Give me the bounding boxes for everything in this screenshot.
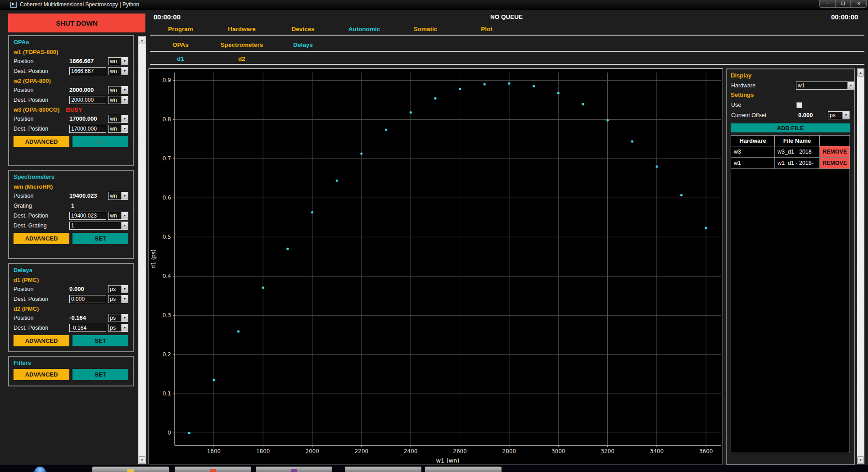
opas-set-button[interactable]: SET	[72, 136, 128, 147]
units-value: wn	[108, 193, 121, 199]
file-name-column-header: File Name	[775, 136, 820, 146]
tab-opas[interactable]: OPAs	[150, 41, 211, 48]
scroll-down-icon[interactable]: ▼	[139, 456, 145, 464]
d1-dest-units-dropdown[interactable]: ps ▼	[108, 295, 128, 303]
row-hardware: w3	[731, 146, 775, 157]
taskbar-item[interactable]	[256, 467, 332, 472]
restore-button[interactable]: ❐	[835, 0, 851, 8]
tab-autonomic[interactable]: Autonomic	[334, 26, 395, 32]
w1-position-units-dropdown[interactable]: wn ▼	[108, 57, 128, 65]
d2-position-value: -0.164	[69, 314, 86, 321]
window-title: Coherent Multidimensional Spectroscopy |…	[20, 1, 139, 8]
w3-busy-status: BUSY	[66, 106, 82, 113]
d2-position-units-dropdown[interactable]: ps ▼	[108, 314, 128, 322]
d2-dest-units-dropdown[interactable]: ps ▼	[108, 324, 128, 332]
w1-device-name: w1 (TOPAS-800)	[14, 47, 128, 56]
nav-separator	[150, 51, 864, 52]
wm-dest-grating-dropdown[interactable]: 1 ▼	[69, 222, 128, 230]
scatter-chart: 1600180020002200240026002800300032003400…	[149, 69, 723, 464]
tab-program[interactable]: Program	[150, 26, 211, 32]
w1-dest-position-input[interactable]	[69, 67, 106, 75]
delays-advanced-button[interactable]: ADVANCED	[14, 335, 69, 346]
dest-position-label: Dest. Position	[14, 97, 69, 103]
wm-dest-units-dropdown[interactable]: wn ▼	[108, 212, 128, 220]
w2-dest-position-input[interactable]	[69, 96, 106, 104]
taskbar-item[interactable]	[425, 467, 502, 472]
units-value: wn	[108, 58, 121, 64]
shutdown-button[interactable]: SHUT DOWN	[8, 14, 145, 32]
tab-d1[interactable]: d1	[150, 55, 211, 62]
application-window: Coherent Multidimensional Spectroscopy |…	[0, 0, 868, 472]
delays-panel: Delays d1 (PMC) Position 0.000 ps ▼ Dest…	[8, 263, 134, 352]
taskbar-item[interactable]	[175, 467, 251, 472]
remove-button[interactable]: REMOVE	[820, 146, 850, 157]
wm-position-units-dropdown[interactable]: wn ▼	[108, 192, 128, 200]
table-row: w1 w1_d1 - 2018- REMOVE	[731, 158, 850, 169]
scroll-up-icon[interactable]: ▲	[857, 69, 864, 77]
w1-dest-position-row: Dest. Position wn ▼	[14, 66, 128, 76]
tab-plot[interactable]: Plot	[456, 26, 517, 32]
windows-taskbar[interactable]	[0, 465, 868, 472]
delays-set-button[interactable]: SET	[72, 335, 128, 346]
panel-scrollbar[interactable]: ▲ ▼	[857, 68, 864, 464]
svg-text:3000: 3000	[552, 448, 565, 454]
svg-text:0.5: 0.5	[163, 234, 171, 240]
wm-dest-position-row: Dest. Position wn ▼	[14, 211, 128, 220]
w2-dest-position-row: Dest. Position wn ▼	[14, 95, 128, 104]
svg-text:3400: 3400	[650, 448, 664, 454]
start-button-icon[interactable]	[34, 467, 46, 472]
center-scrollbar[interactable]: ▲ ▼	[138, 36, 146, 464]
d1-dest-position-input[interactable]	[69, 295, 106, 303]
units-value: wn	[108, 116, 121, 122]
chevron-down-icon: ▼	[121, 212, 128, 219]
window-controls: – ❐ ✕	[819, 0, 867, 8]
chevron-down-icon: ▼	[121, 86, 128, 94]
chevron-down-icon: ▼	[121, 115, 128, 123]
tab-somatic[interactable]: Somatic	[395, 26, 456, 32]
remove-button[interactable]: REMOVE	[820, 158, 850, 168]
use-checkbox[interactable]	[796, 102, 802, 108]
svg-text:2800: 2800	[502, 448, 516, 454]
w1-dest-units-dropdown[interactable]: wn ▼	[108, 67, 128, 75]
units-value: ps	[828, 112, 842, 118]
spectrometers-advanced-button[interactable]: ADVANCED	[14, 233, 69, 244]
minimize-button[interactable]: –	[819, 0, 835, 8]
filters-set-button[interactable]: SET	[72, 369, 128, 380]
taskbar-item[interactable]	[92, 467, 169, 472]
svg-text:1800: 1800	[256, 448, 270, 454]
w3-dest-position-input[interactable]	[69, 125, 106, 133]
tab-delays[interactable]: Delays	[272, 41, 334, 48]
w2-position-units-dropdown[interactable]: wn ▼	[108, 86, 128, 94]
filters-advanced-button[interactable]: ADVANCED	[14, 369, 69, 380]
wm-position-row: Position 19400.023 wn ▼	[14, 191, 128, 200]
opas-panel: OPAs w1 (TOPAS-800) Position 1666.667 wn…	[8, 35, 134, 166]
scroll-up-icon[interactable]: ▲	[139, 36, 145, 44]
w3-dest-units-dropdown[interactable]: wn ▼	[108, 125, 128, 133]
w2-position-row: Position 2000.000 wn ▼	[14, 85, 128, 95]
tab-devices[interactable]: Devices	[272, 26, 334, 32]
w2-dest-units-dropdown[interactable]: wn ▼	[108, 96, 128, 104]
scroll-down-icon[interactable]: ▼	[857, 456, 864, 464]
offset-units-dropdown[interactable]: ps ▼	[828, 111, 850, 119]
tab-hardware[interactable]: Hardware	[211, 26, 272, 32]
queue-status: NO QUEUE	[149, 14, 864, 20]
add-file-button[interactable]: ADD FILE	[731, 123, 850, 132]
d2-dest-position-input[interactable]	[69, 324, 106, 332]
spectrometers-set-button[interactable]: SET	[72, 233, 128, 244]
tab-spectrometers[interactable]: Spectrometers	[211, 41, 272, 48]
wm-dest-position-input[interactable]	[69, 212, 106, 220]
units-value: ps	[108, 296, 121, 302]
use-row: Use	[731, 100, 850, 111]
dest-position-label: Dest. Position	[14, 126, 69, 132]
w1-position-row: Position 1666.667 wn ▼	[14, 56, 128, 66]
close-button[interactable]: ✕	[851, 0, 867, 8]
w3-position-units-dropdown[interactable]: wn ▼	[108, 115, 128, 123]
svg-text:3600: 3600	[699, 448, 713, 454]
wm-name: wm (MicroHR)	[14, 183, 53, 190]
tab-d2[interactable]: d2	[211, 55, 272, 62]
chevron-down-icon: ▼	[121, 314, 128, 322]
opas-advanced-button[interactable]: ADVANCED	[14, 136, 69, 147]
d1-position-units-dropdown[interactable]: ps ▼	[108, 285, 128, 293]
taskbar-item[interactable]	[345, 467, 421, 472]
hardware-dropdown[interactable]: w1 ▼	[796, 82, 854, 90]
